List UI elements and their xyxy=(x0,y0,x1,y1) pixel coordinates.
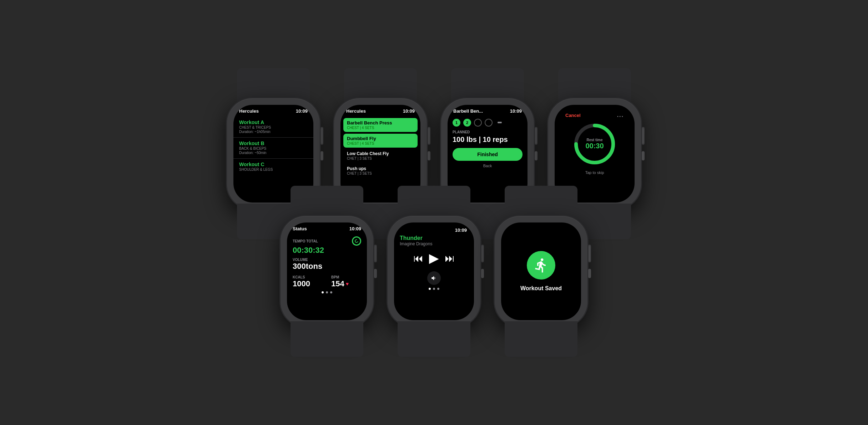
divider-2 xyxy=(233,158,313,159)
watch-6-music-screen: 10:09 Thunder Imagine Dragons ⏮ ▶ ⏭ xyxy=(394,222,474,320)
saved-icon xyxy=(527,251,555,280)
watch-1-app-name: Hercules xyxy=(239,108,259,114)
tempo-label: TEMPO TOTAL xyxy=(293,239,318,243)
bpm-label: BPM xyxy=(331,275,361,279)
page-dot-2 xyxy=(326,291,328,293)
workout-item-c[interactable]: Workout C SHOULDER & LEGS xyxy=(233,159,313,174)
set-dot-3 xyxy=(474,119,482,127)
watch-3-crown xyxy=(535,127,538,145)
watch-2-status-bar: Hercules 10:09 xyxy=(340,105,420,116)
watch-1-crown xyxy=(321,127,323,145)
set-dots: 1 2 ••• xyxy=(453,119,523,127)
watch-5-app-name: Status xyxy=(293,226,307,231)
watch-2-app-name: Hercules xyxy=(346,108,366,114)
watch-5-status-bar: Status 10:09 xyxy=(287,222,367,234)
set-dot-4 xyxy=(485,119,493,127)
tap-skip-label[interactable]: Tap to skip xyxy=(560,170,629,175)
exercise-item-1[interactable]: Barbell Bench Press CHEST | 4 SETS xyxy=(343,118,418,132)
watch-6: 10:09 Thunder Imagine Dragons ⏮ ▶ ⏭ xyxy=(388,216,480,327)
music-controls: ⏮ ▶ ⏭ xyxy=(400,251,468,266)
watch-1-button xyxy=(321,151,323,160)
exercise-item-4[interactable]: Push ups CHET | 3 SETS xyxy=(343,164,418,178)
watch-5-body: Status 10:09 TEMPO TOTAL xyxy=(281,216,373,327)
watch-1-time: 10:09 xyxy=(296,108,308,114)
workout-b-name: Workout B xyxy=(239,140,308,146)
saved-text: Workout Saved xyxy=(520,285,562,292)
watch-1-status-bar: Hercules 10:09 xyxy=(233,105,313,116)
watch-7: Workout Saved xyxy=(495,216,587,327)
watch-6-button xyxy=(481,269,484,278)
exercise-item-3[interactable]: Low Cable Chest Fly CHET | 3 SETS xyxy=(343,149,418,163)
music-artist: Imagine Dragons xyxy=(400,241,468,246)
muscle-icon xyxy=(533,257,549,273)
workout-item-b[interactable]: Workout B BACK & BICEPS Duration: ~50min xyxy=(233,138,313,157)
watch-7-button xyxy=(588,269,591,278)
watch-3-time: 10:09 xyxy=(510,108,522,114)
heart-icon: ♥ xyxy=(346,281,349,287)
watch-4-crown xyxy=(642,127,645,145)
watch-4-top-bar: Cancel ... xyxy=(560,108,629,120)
volume-button[interactable] xyxy=(427,271,441,285)
exercise-item-2[interactable]: Dumbbell Fly CHEST | 4 SETS xyxy=(343,134,418,148)
tempo-section: TEMPO TOTAL 00:30:32 xyxy=(293,236,361,255)
watch-2-time: 10:09 xyxy=(403,108,415,114)
watch-2-crown xyxy=(428,127,430,145)
exercise-3-detail: CHET | 3 SETS xyxy=(347,157,414,160)
workout-b-type: BACK & BICEPS xyxy=(239,147,308,150)
workout-c-type: SHOULDER & LEGS xyxy=(239,168,308,171)
watch-7-screen: Workout Saved xyxy=(501,222,581,320)
watch-6-body: 10:09 Thunder Imagine Dragons ⏮ ▶ ⏭ xyxy=(388,216,480,327)
back-text: Back xyxy=(453,164,523,168)
music-time-row: 10:09 xyxy=(400,227,468,233)
watch-5-stats: TEMPO TOTAL 00:30:32 VOLUME 300tons xyxy=(287,234,367,320)
cancel-button[interactable]: Cancel xyxy=(565,113,581,118)
kcals-value: 1000 xyxy=(293,279,323,288)
finished-button[interactable]: Finished xyxy=(453,148,523,161)
page-dot-1 xyxy=(322,291,324,293)
watch-5: Status 10:09 TEMPO TOTAL xyxy=(281,216,373,327)
workout-item-a[interactable]: Workout A CHEST & TRICEPS Duration: ~1h0… xyxy=(233,117,313,136)
kcals-bpm-row: KCALS 1000 BPM 154 ♥ xyxy=(293,275,361,288)
volume-row xyxy=(400,271,468,285)
watch-7-crown xyxy=(588,245,591,262)
watch-2-button xyxy=(428,151,430,160)
fast-forward-button[interactable]: ⏭ xyxy=(445,252,455,264)
watches-container: Hercules 10:09 Workout A CHEST & TRICEPS… xyxy=(227,98,641,327)
rest-circle-container[interactable]: Rest time 00:30 xyxy=(560,123,629,165)
volume-value: 300tons xyxy=(293,262,361,271)
volume-label: VOLUME xyxy=(293,258,361,262)
exercise-4-name: Push ups xyxy=(347,166,414,171)
page-dot-3 xyxy=(330,291,332,293)
rest-label: Rest time xyxy=(585,138,604,142)
watch-7-body: Workout Saved xyxy=(495,216,587,327)
workout-c-name: Workout C xyxy=(239,162,308,167)
watch-6-crown xyxy=(481,245,484,262)
exercise-2-detail: CHEST | 4 SETS xyxy=(347,142,414,145)
watch-7-band-bottom xyxy=(505,321,577,357)
exercise-1-name: Barbell Bench Press xyxy=(347,120,414,126)
volume-section: VOLUME 300tons xyxy=(293,258,361,271)
tempo-header: TEMPO TOTAL xyxy=(293,236,361,246)
play-button[interactable]: ▶ xyxy=(429,251,439,266)
exercise-2-name: Dumbbell Fly xyxy=(347,136,414,141)
rewind-button[interactable]: ⏮ xyxy=(413,252,423,264)
watch-5-button xyxy=(374,269,377,278)
watch-5-time: 10:09 xyxy=(349,226,361,231)
more-dots[interactable]: ... xyxy=(617,112,624,118)
tempo-value: 00:30:32 xyxy=(293,246,361,255)
kcals-label: KCALS xyxy=(293,275,323,279)
workout-b-duration: Duration: ~50min xyxy=(239,151,308,155)
set-dot-more: ••• xyxy=(495,119,503,127)
exercise-4-detail: CHET | 3 SETS xyxy=(347,171,414,175)
planned-value: 100 lbs | 10 reps xyxy=(453,135,523,144)
music-dots xyxy=(400,288,468,290)
bpm-value: 154 xyxy=(331,279,344,288)
workout-a-name: Workout A xyxy=(239,119,308,125)
workout-a-duration: Duration: ~1h05min xyxy=(239,130,308,134)
music-dot-1 xyxy=(429,288,431,290)
watch-3-status-bar: Barbell Ben... 10:09 xyxy=(448,105,528,116)
timer-icon xyxy=(354,239,359,244)
set-dot-1: 1 xyxy=(453,119,460,127)
watch-5-crown xyxy=(374,245,377,262)
bpm-section: BPM 154 ♥ xyxy=(331,275,361,288)
